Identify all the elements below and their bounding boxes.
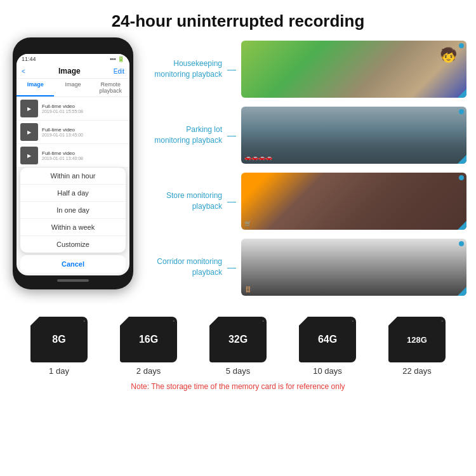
sd-card-64g: 64G ▪ 10 days [299,317,356,376]
video-thumb-3: ▶ [20,147,38,164]
middle-section: 11:44 ▪▪▪ 🔋 < Image Edit Image Image Rem… [0,37,476,310]
back-button[interactable]: < [22,68,25,75]
filter-one-day[interactable]: In one day [20,202,126,219]
scenario-label-corridor: Corridor monitoring playback [146,256,222,278]
screen-tabs: Image Image Remote playback [17,79,129,97]
sd-days-32g: 5 days [226,366,250,376]
scenario-image-corridor: 🪜 [241,239,466,296]
video-label-1: Full-time video [42,103,83,109]
sd-card-8g: 8G ▪ 1 day [30,317,88,376]
scenario-label-parking: Parking lot monitoring playback [146,124,222,146]
sd-days-64g: 10 days [313,366,342,376]
cyan-accent-4 [459,241,464,246]
tab-image[interactable]: Image [17,79,54,96]
arrow-store: — [227,196,236,206]
bottom-section: 8G ▪ 1 day 16G ▪ 2 days 32G ▪ 5 days 64G [0,310,476,391]
tab-remote-playback[interactable]: Remote playback [92,79,129,96]
sd-size-128g: 128G [407,335,427,345]
cyan-accent-2 [459,109,464,114]
page-title: 24-hour uninterrupted recording [13,11,463,31]
scenario-housekeeping: Housekeeping monitoring playback — 🧒 [146,37,466,101]
screen-title: Image [58,67,81,76]
scenario-parking: Parking lot monitoring playback — 🚗🚗🚗🚗 [146,103,466,167]
sd-size-16g: 16G [139,334,158,345]
video-label-2: Full-time video [42,127,83,133]
screen-topbar: < Image Edit [17,64,129,79]
sd-cards-row: 8G ▪ 1 day 16G ▪ 2 days 32G ▪ 5 days 64G [10,317,466,376]
video-item-3[interactable]: ▶ Full-time video 2019-01-01 13:40:08 [17,144,129,168]
phone-screen: 11:44 ▪▪▪ 🔋 < Image Edit Image Image Rem… [17,54,129,275]
status-bar: 11:44 ▪▪▪ 🔋 [17,54,129,64]
scenario-label-store: Store monitoring playback [146,190,222,212]
filter-within-week[interactable]: Within a week [20,219,126,236]
scenario-corridor: Corridor monitoring playback — 🪜 [146,235,466,299]
sd-card-shape-8g: 8G ▪ [30,317,88,362]
sd-card-shape-32g: 32G ▪ [209,317,267,362]
sd-size-32g: 32G [228,334,248,345]
scenario-image-parking: 🚗🚗🚗🚗 [241,107,466,164]
cyan-accent-1 [459,43,464,48]
video-info-3: Full-time video 2019-01-01 13:40:08 [42,150,83,161]
sd-card-16g: 16G ▪ 2 days [120,317,177,376]
sd-card-128g: 128G ▪ 22 days [388,317,446,376]
filter-customize[interactable]: Customize [20,236,126,253]
phone-home-bar [57,279,89,282]
video-time-2: 2019-01-01 13:45:00 [42,133,83,137]
sd-days-128g: 22 days [402,366,432,376]
arrow-housekeeping: — [227,64,236,74]
cyan-corner-3 [458,221,466,230]
sd-size-64g: 64G [318,334,337,345]
arrow-parking: — [227,130,236,140]
scenario-store: Store monitoring playback — 🛒 [146,169,466,233]
sd-size-8g: 8G [52,334,65,345]
sd-card-shape-16g: 16G ▪ [120,317,177,362]
sd-days-16g: 2 days [136,366,161,376]
phone-notch [51,44,95,53]
scenario-image-store: 🛒 [241,173,466,230]
arrow-corridor: — [227,262,236,272]
sd-days-8g: 1 day [49,366,69,376]
video-thumb-2: ▶ [20,123,38,141]
phone-mockup: 11:44 ▪▪▪ 🔋 < Image Edit Image Image Rem… [6,37,140,310]
video-time-3: 2019-01-01 13:40:08 [42,156,83,161]
video-item-1[interactable]: ▶ Full-time video 2019-01-01 15:55:08 [17,97,129,121]
signal-icons: ▪▪▪ 🔋 [110,56,124,62]
cyan-accent-3 [459,175,464,180]
video-info-1: Full-time video 2019-01-01 15:55:08 [42,103,83,114]
sd-card-shape-128g: 128G ▪ [388,317,446,362]
video-label-3: Full-time video [42,150,83,156]
filter-within-hour[interactable]: Within an hour [20,168,126,185]
video-item-2[interactable]: ▶ Full-time video 2019-01-01 13:45:00 [17,121,129,144]
sd-card-shape-64g: 64G ▪ [299,317,356,362]
filter-half-day[interactable]: Half a day [20,185,126,202]
time-filter-dropdown: Within an hour Half a day In one day Wit… [20,168,126,253]
time-display: 11:44 [22,56,36,62]
phone-body: 11:44 ▪▪▪ 🔋 < Image Edit Image Image Rem… [13,37,133,289]
cyan-corner-4 [458,287,466,296]
page-header: 24-hour uninterrupted recording [0,0,476,37]
video-thumb-1: ▶ [20,100,38,117]
scenario-image-housekeeping: 🧒 [241,41,466,98]
filter-cancel[interactable]: Cancel [20,255,126,273]
cyan-corner-1 [458,89,466,98]
edit-button[interactable]: Edit [114,68,124,75]
video-info-2: Full-time video 2019-01-01 13:45:00 [42,127,83,137]
scenario-panel: Housekeeping monitoring playback — 🧒 Par… [140,37,470,310]
sd-card-32g: 32G ▪ 5 days [209,317,267,376]
scenario-label-housekeeping: Housekeeping monitoring playback [146,58,222,80]
tab-image2[interactable]: Image [54,79,91,96]
storage-note: Note: The storage time of the memory car… [10,382,466,391]
cyan-corner-2 [458,155,466,164]
video-time-1: 2019-01-01 15:55:08 [42,109,83,114]
